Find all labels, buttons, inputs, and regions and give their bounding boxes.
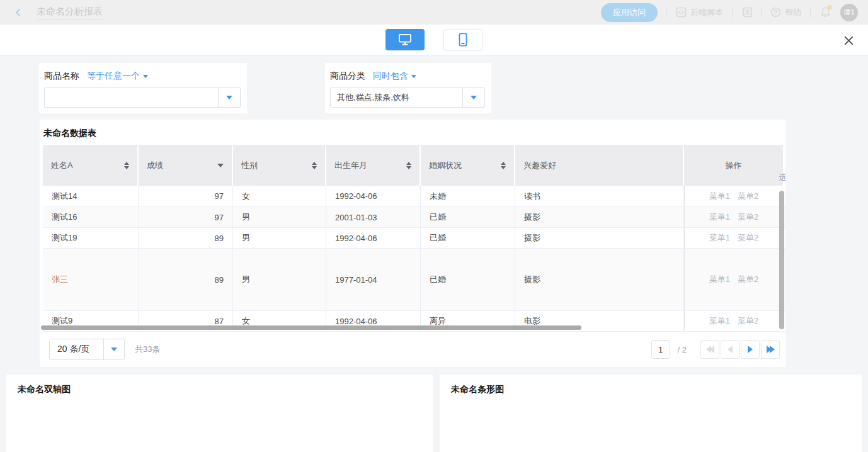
column-header-marital[interactable]: 婚姻状况 (421, 145, 514, 186)
page-size-value: 20 条/页 (50, 344, 103, 355)
mobile-view-button[interactable] (443, 29, 483, 50)
chart-title: 未命名双轴图 (18, 384, 433, 395)
cell-gender: 女 (233, 186, 326, 206)
column-label: 操作 (726, 160, 742, 171)
column-header-gender[interactable]: 性别 (233, 145, 325, 186)
divider (810, 8, 811, 18)
code-icon (676, 7, 687, 18)
divider (732, 8, 733, 18)
cell-birth: 1977-01-04 (326, 249, 421, 310)
cell-score: 97 (139, 207, 233, 227)
column-header-actions: 操作 (684, 145, 783, 186)
menu2-link[interactable]: 菜单2 (738, 212, 758, 223)
address-book-icon (741, 7, 752, 18)
topbar: 未命名分析报表 应用访问 后端脚本 帮助 (0, 0, 868, 25)
horizontal-scrollbar[interactable] (41, 325, 581, 330)
divider (666, 8, 667, 18)
filter-value-select[interactable]: 其他,糕点,辣条,饮料 (330, 88, 485, 108)
record-link[interactable]: 张三 (52, 274, 68, 285)
double-chevron-right-icon (767, 346, 775, 353)
cell-actions: 菜单1 菜单2 (684, 311, 783, 331)
next-page-button[interactable] (741, 340, 760, 359)
smartphone-icon (458, 33, 468, 47)
vertical-scrollbar[interactable] (779, 191, 784, 329)
table-row[interactable]: 张三 89 男 1977-01-04 已婚 摄影 菜单1 菜单2 (43, 249, 785, 311)
table-header-row: 姓名A 成绩 性别 出生年月 婚姻状况 兴趣爱好 操作 (40, 145, 785, 186)
cell-birth: 2001-01-03 (326, 207, 421, 227)
menu1-link[interactable]: 菜单1 (709, 212, 730, 223)
help-button[interactable]: 帮助 (770, 7, 801, 18)
prev-page-button[interactable] (721, 340, 740, 359)
menu2-link[interactable]: 菜单2 (738, 191, 758, 202)
page-number-input[interactable] (651, 340, 670, 359)
sort-icon[interactable] (501, 162, 506, 169)
menu1-link[interactable]: 菜单1 (709, 232, 730, 244)
notification-dot (827, 5, 832, 10)
sort-icon[interactable] (312, 162, 317, 169)
backend-script-button[interactable]: 后端脚本 (676, 7, 723, 18)
double-chevron-left-icon (706, 346, 714, 353)
filter-value-select[interactable] (44, 88, 241, 108)
table-body: 测试14 97 女 1992-04-06 未婚 读书 菜单1 菜单2 测试16 … (40, 186, 785, 332)
total-pages: / 2 (678, 345, 687, 354)
column-header-birth[interactable]: 出生年月 (326, 145, 420, 186)
total-count: 共33条 (135, 344, 160, 355)
app-access-button[interactable]: 应用访问 (601, 3, 658, 22)
menu2-link[interactable]: 菜单2 (738, 315, 758, 327)
column-header-name[interactable]: 姓名A (43, 145, 137, 186)
cell-name: 张三 (43, 249, 139, 310)
cell-actions: 菜单1 菜单2 (684, 249, 783, 310)
chevron-down-icon (411, 75, 416, 78)
cell-name: 测试14 (43, 186, 139, 206)
notifications-button[interactable] (819, 6, 831, 18)
menu1-link[interactable]: 菜单1 (709, 315, 730, 327)
sort-icon[interactable] (406, 162, 411, 169)
menu2-link[interactable]: 菜单2 (738, 232, 758, 244)
cell-marital: 已婚 (421, 249, 515, 310)
filter-value: 其他,糕点,辣条,饮料 (331, 92, 462, 103)
first-page-button[interactable] (700, 340, 719, 359)
cell-marital: 已婚 (421, 207, 515, 227)
cell-score: 89 (139, 228, 233, 248)
filter-label: 商品名称 (44, 71, 79, 82)
dual-axis-chart-card[interactable]: 未命名双轴图 (6, 375, 433, 452)
filter-card-product-name: 商品名称 等于任意一个 (39, 63, 247, 113)
sort-icon[interactable] (124, 162, 129, 169)
cell-actions: 菜单1 菜单2 (684, 186, 783, 206)
bar-chart-card[interactable]: 未命名条形图 (440, 375, 862, 452)
filter-operator-label: 等于任意一个 (87, 71, 140, 82)
cell-hobby: 摄影 (515, 228, 684, 248)
contacts-button[interactable] (741, 7, 752, 18)
menu1-link[interactable]: 菜单1 (709, 191, 730, 202)
page-size-select[interactable]: 20 条/页 (49, 339, 125, 360)
filter-label: 商品分类 (330, 71, 365, 82)
filter-operator-dropdown[interactable]: 同时包含 (373, 71, 416, 82)
avatar[interactable]: 谭1 (840, 4, 858, 21)
close-icon (843, 35, 854, 46)
back-button[interactable] (11, 6, 25, 20)
data-table-card: 未命名数据表 姓名A 成绩 性别 出生年月 婚姻状况 兴趣爱好 操作 选 (40, 120, 785, 367)
report-title[interactable]: 未命名分析报表 (37, 6, 103, 20)
table-row[interactable]: 测试16 97 男 2001-01-03 已婚 摄影 菜单1 菜单2 (43, 207, 785, 228)
pagination-bar: 20 条/页 共33条 / 2 (40, 332, 785, 367)
column-label: 姓名A (51, 160, 73, 171)
sort-desc-icon[interactable] (217, 164, 224, 167)
chevron-left-icon (728, 346, 733, 353)
table-row[interactable]: 测试14 97 女 1992-04-06 未婚 读书 菜单1 菜单2 (43, 186, 785, 207)
chevron-down-icon (471, 96, 477, 99)
close-preview-button[interactable] (842, 33, 855, 47)
filter-operator-dropdown[interactable]: 等于任意一个 (87, 71, 148, 82)
column-label: 成绩 (147, 160, 163, 171)
clipped-column-settings[interactable]: 选 (779, 172, 785, 182)
desktop-view-button[interactable] (385, 29, 425, 50)
column-header-hobby[interactable]: 兴趣爱好 (515, 145, 683, 186)
table-row[interactable]: 测试19 89 男 1992-04-06 已婚 摄影 菜单1 菜单2 (43, 228, 785, 249)
column-header-score[interactable]: 成绩 (139, 145, 232, 186)
column-label: 兴趣爱好 (523, 160, 556, 171)
select-caret-box (462, 88, 484, 107)
last-page-button[interactable] (761, 340, 780, 359)
menu1-link[interactable]: 菜单1 (709, 274, 730, 285)
device-toggle (385, 29, 483, 50)
menu2-link[interactable]: 菜单2 (738, 274, 758, 285)
preview-toolbar (0, 25, 868, 55)
